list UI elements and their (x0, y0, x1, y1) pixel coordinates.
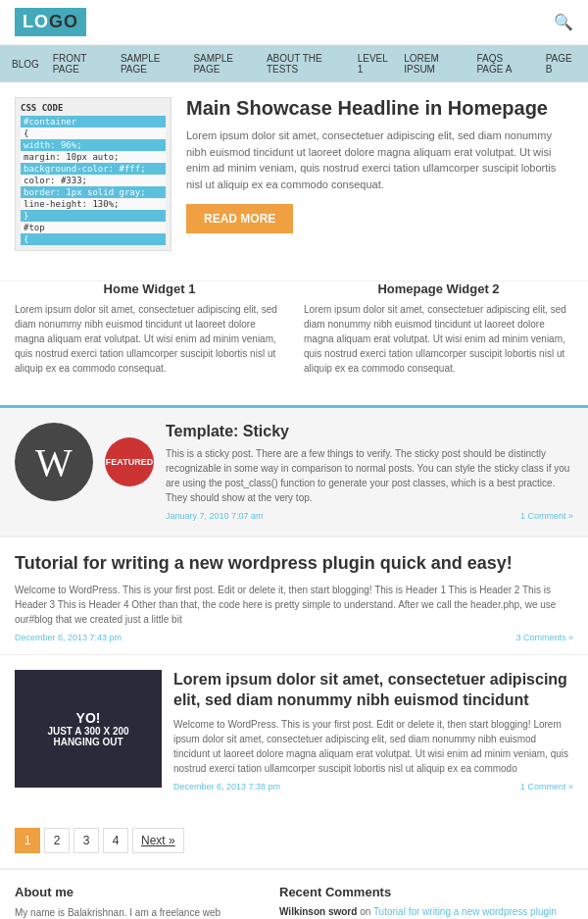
wp-logo-letter: W (35, 439, 73, 485)
css-line: color: #333; (21, 175, 166, 186)
about-text: My name is Balakrishnan. I am a freelanc… (15, 905, 260, 919)
css-line: background-color: #fff; (21, 163, 166, 175)
image-post-text: Welcome to WordPress. This is your first… (173, 717, 573, 776)
about-title: About me (15, 885, 260, 899)
wp-logo: W (15, 423, 93, 501)
nav-about-tests[interactable]: ABOUT THE TESTS (260, 45, 351, 82)
nav-page-b[interactable]: PAGE B (539, 45, 583, 82)
bottom-widgets: About me My name is Balakrishnan. I am a… (0, 868, 588, 919)
sticky-post-meta: January 7, 2010 7:07 am 1 Comment » (166, 511, 573, 521)
about-widget: About me My name is Balakrishnan. I am a… (15, 885, 260, 919)
css-line: { (21, 233, 166, 245)
css-line: width: 96%; (21, 139, 166, 151)
nav-faqs-page[interactable]: FAQS PAGE A (469, 45, 538, 82)
recent-comments-widget: Recent Comments Wilkinson sword on Tutor… (279, 885, 573, 919)
page-4-button[interactable]: 4 (103, 828, 128, 853)
main-nav: BLOG FRONT PAGE SAMPLE PAGE SAMPLE PAGE … (0, 45, 588, 82)
sticky-post-title: Template: Sticky (166, 423, 573, 440)
logo[interactable]: LOGO (15, 8, 86, 36)
search-icon[interactable]: 🔍 (554, 13, 573, 31)
tutorial-post-comments[interactable]: 3 Comments » (515, 633, 573, 642)
thumb-line2: JUST A 300 X 200 (47, 726, 128, 737)
pagination: 1 2 3 4 Next » (0, 818, 588, 868)
sticky-post-comments[interactable]: 1 Comment » (520, 511, 573, 521)
thumb-line3: HANGING OUT (53, 737, 122, 747)
nav-blog[interactable]: BLOG (5, 51, 46, 77)
home-widget-2: Homepage Widget 2 Lorem ipsum dolor sit … (304, 281, 573, 376)
tutorial-post-title: Tutorial for writing a new wordpress plu… (15, 552, 573, 575)
css-code-title: CSS CODE (21, 103, 166, 113)
nav-level-1[interactable]: LEVEL 1 (351, 45, 398, 82)
css-line: } (21, 210, 166, 222)
comments-title: Recent Comments (279, 885, 573, 899)
showcase-headline: Main Showcase Headline in Homepage (186, 97, 573, 120)
image-post-comments[interactable]: 1 Comment » (520, 782, 573, 791)
image-post-meta: December 6, 2013 7:38 pm 1 Comment » (173, 782, 573, 803)
tutorial-post-date: December 6, 2013 7:43 pm (15, 633, 122, 642)
nav-lorem-ipsum[interactable]: LOREM IPSUM (397, 45, 469, 82)
css-line: margin: 10px auto; (21, 151, 166, 163)
featured-badge: FEATURED (105, 437, 154, 486)
widget-2-title: Homepage Widget 2 (304, 281, 573, 296)
widget-2-text: Lorem ipsum dolor sit amet, consectetuer… (304, 302, 573, 376)
home-widgets: Home Widget 1 Lorem ipsum dolor sit amet… (0, 281, 588, 390)
showcase-section: CSS CODE #container { width: 96%; margin… (15, 97, 573, 251)
page-3-button[interactable]: 3 (74, 828, 99, 853)
sticky-post: W FEATURED Template: Sticky This is a st… (0, 405, 588, 536)
next-button[interactable]: Next » (132, 828, 184, 853)
tutorial-post: Tutorial for writing a new wordpress plu… (0, 536, 588, 654)
showcase-content: Main Showcase Headline in Homepage Lorem… (186, 97, 573, 251)
logo-text: LOGO (23, 12, 78, 31)
css-line: #top (21, 222, 166, 233)
tutorial-post-text: Welcome to WordPress. This is your first… (15, 583, 573, 627)
css-line: { (21, 128, 166, 139)
thumb-line1: YO! (76, 710, 101, 726)
tutorial-post-meta: December 6, 2013 7:43 pm 3 Comments » (15, 633, 573, 654)
css-line: #container (21, 116, 166, 128)
page-2-button[interactable]: 2 (44, 828, 70, 853)
header: LOGO 🔍 (0, 0, 588, 45)
sticky-post-text: This is a sticky post. There are a few t… (166, 446, 573, 505)
read-more-button[interactable]: READ MORE (186, 204, 293, 233)
sticky-post-date: January 7, 2010 7:07 am (166, 511, 264, 521)
image-thumbnail: YO! JUST A 300 X 200 HANGING OUT (15, 670, 162, 788)
nav-sample-page-2[interactable]: SAMPLE PAGE (186, 45, 260, 82)
widget-1-title: Home Widget 1 (15, 281, 284, 296)
widget-1-text: Lorem ipsum dolor sit amet, consectetuer… (15, 302, 284, 376)
css-code-box: CSS CODE #container { width: 96%; margin… (15, 97, 172, 251)
image-post: YO! JUST A 300 X 200 HANGING OUT Lorem i… (0, 654, 588, 818)
sticky-post-content: Template: Sticky This is a sticky post. … (166, 423, 573, 521)
css-line: line-height: 130%; (21, 198, 166, 210)
image-post-title: Lorem ipsum dolor sit amet, consectetuer… (173, 670, 573, 711)
nav-front-page[interactable]: FRONT PAGE (46, 45, 114, 82)
comment-item-1: Wilkinson sword on Tutorial for writing … (279, 905, 573, 919)
image-post-date: December 6, 2013 7:38 pm (173, 782, 280, 791)
image-post-content: Lorem ipsum dolor sit amet, consectetuer… (173, 670, 573, 803)
css-line: border: 1px solid gray; (21, 186, 166, 198)
nav-sample-page-1[interactable]: SAMPLE PAGE (114, 45, 187, 82)
showcase-text: Lorem ipsum dolor sit amet, consectetuer… (186, 128, 573, 192)
home-widget-1: Home Widget 1 Lorem ipsum dolor sit amet… (15, 281, 284, 376)
page-1-button[interactable]: 1 (15, 828, 40, 853)
